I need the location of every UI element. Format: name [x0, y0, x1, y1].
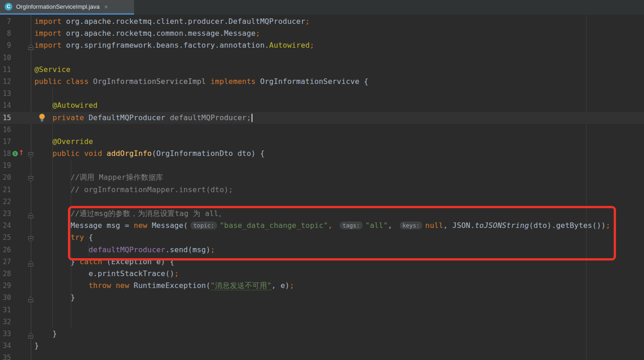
- gutter[interactable]: 27: [0, 256, 31, 268]
- gutter[interactable]: 22: [0, 196, 31, 208]
- gutter[interactable]: 31: [0, 304, 31, 316]
- code-rows: 7import org.apache.rocketmq.client.produ…: [0, 16, 644, 360]
- gutter[interactable]: 24: [0, 220, 31, 232]
- editor[interactable]: 7import org.apache.rocketmq.client.produ…: [0, 15, 644, 360]
- code-line[interactable]: 16: [0, 124, 644, 136]
- gutter[interactable]: 7: [0, 16, 31, 28]
- code-line[interactable]: 27 } catch (Exception e) {: [0, 256, 644, 268]
- fold-up-icon[interactable]: [28, 259, 34, 266]
- gutter[interactable]: 23: [0, 208, 31, 220]
- fold-down-icon[interactable]: [28, 150, 34, 157]
- line-number: 32: [0, 316, 11, 328]
- code-line[interactable]: 12public class OrgInformationServiceImpl…: [0, 76, 644, 88]
- line-number: 14: [0, 100, 11, 111]
- line-number: 24: [0, 220, 11, 232]
- code-line[interactable]: 8import org.apache.rocketmq.common.messa…: [0, 28, 644, 39]
- gutter[interactable]: 9: [0, 39, 31, 51]
- code-line[interactable]: 14 @Autowired: [0, 100, 644, 111]
- code-text: //通过msg的参数，为消息设置tag 为 all。: [31, 208, 226, 220]
- code-line[interactable]: 10: [0, 52, 644, 64]
- fold-down-icon[interactable]: [28, 174, 34, 181]
- parameter-hint: keys:: [400, 222, 423, 229]
- fold-up-icon[interactable]: [28, 294, 34, 301]
- line-number: 27: [0, 256, 11, 268]
- code-text: }: [31, 328, 57, 340]
- code-line[interactable]: 23 //通过msg的参数，为消息设置tag 为 all。: [0, 208, 644, 220]
- code-line[interactable]: 13: [0, 88, 644, 100]
- line-number: 20: [0, 172, 11, 183]
- line-number: 16: [0, 124, 11, 136]
- gutter[interactable]: 14: [0, 100, 31, 111]
- code-text: [31, 52, 34, 64]
- code-line[interactable]: 29 throw new RuntimeException("消息发送不可用",…: [0, 280, 644, 292]
- code-line[interactable]: 34}: [0, 340, 644, 352]
- gutter[interactable]: 32: [0, 316, 31, 328]
- gutter[interactable]: 8: [0, 28, 31, 39]
- tab-orginformationserviceimpl[interactable]: C OrgInformationServiceImpl.java ×: [0, 0, 134, 13]
- line-number: 31: [0, 304, 11, 316]
- code-text: import org.springframework.beans.factory…: [31, 39, 314, 51]
- gutter[interactable]: 12: [0, 76, 31, 88]
- line-number: 34: [0, 340, 11, 352]
- line-number: 13: [0, 88, 11, 100]
- code-line[interactable]: 28 e.printStackTrace();: [0, 268, 644, 280]
- code-line[interactable]: 24 Message msg = new Message(topic:"base…: [0, 220, 644, 232]
- gutter[interactable]: 28: [0, 268, 31, 280]
- code-text: try {: [31, 232, 93, 244]
- gutter[interactable]: 35: [0, 352, 31, 360]
- code-text: import org.apache.rocketmq.common.messag…: [31, 28, 260, 39]
- code-text: [31, 304, 34, 316]
- code-line[interactable]: 22: [0, 196, 644, 208]
- intention-bulb-icon[interactable]: [39, 113, 45, 122]
- code-line[interactable]: 26 defaultMQProducer.send(msg);: [0, 244, 644, 256]
- code-text: throw new RuntimeException("消息发送不可用", e)…: [31, 280, 294, 292]
- code-line[interactable]: 7import org.apache.rocketmq.client.produ…: [0, 16, 644, 28]
- code-line[interactable]: 35: [0, 352, 644, 360]
- gutter[interactable]: 11: [0, 64, 31, 76]
- line-number: 17: [0, 136, 11, 148]
- code-text: defaultMQProducer.send(msg);: [31, 244, 215, 256]
- code-line[interactable]: 17 @Override: [0, 136, 644, 148]
- code-text: @Autowired: [31, 100, 98, 111]
- line-number: 8: [0, 28, 11, 39]
- gutter[interactable]: 10: [0, 52, 31, 64]
- gutter[interactable]: 33: [0, 328, 31, 340]
- gutter[interactable]: 13: [0, 88, 31, 100]
- implements-method-icon[interactable]: I↑: [12, 150, 24, 157]
- code-line[interactable]: 20 //调用 Mapper操作数据库: [0, 172, 644, 183]
- gutter[interactable]: 17: [0, 136, 31, 148]
- code-line[interactable]: 25 try {: [0, 232, 644, 244]
- code-line[interactable]: 33 }: [0, 328, 644, 340]
- code-line[interactable]: 15 private DefaultMQProducer defaultMQPr…: [0, 112, 644, 124]
- fold-down-icon[interactable]: [28, 234, 34, 241]
- gutter[interactable]: 15: [0, 112, 31, 124]
- code-line[interactable]: 31: [0, 304, 644, 316]
- gutter[interactable]: 19: [0, 160, 31, 172]
- gutter[interactable]: 30: [0, 292, 31, 304]
- gutter[interactable]: 18I↑: [0, 148, 31, 160]
- code-line[interactable]: 32: [0, 316, 644, 328]
- gutter[interactable]: 25: [0, 232, 31, 244]
- gutter[interactable]: 29: [0, 280, 31, 292]
- code-line[interactable]: 21 // orgInformationMapper.insert(dto);: [0, 184, 644, 196]
- code-line[interactable]: 11@Service: [0, 64, 644, 76]
- code-text: [31, 352, 34, 360]
- code-line[interactable]: 19: [0, 160, 644, 172]
- code-text: } catch (Exception e) {: [31, 256, 174, 268]
- code-line[interactable]: 18I↑ public void addOrgInfo(OrgInformati…: [0, 148, 644, 160]
- gutter[interactable]: 20: [0, 172, 31, 183]
- gutter[interactable]: 21: [0, 184, 31, 196]
- gutter[interactable]: 34: [0, 340, 31, 352]
- fold-up-icon[interactable]: [28, 210, 34, 217]
- code-line[interactable]: 9import org.springframework.beans.factor…: [0, 39, 644, 51]
- fold-up-icon[interactable]: [28, 331, 34, 338]
- tab-close-icon[interactable]: ×: [104, 4, 108, 10]
- code-text: public class OrgInformationServiceImpl i…: [31, 76, 369, 88]
- code-line[interactable]: 30 }: [0, 292, 644, 304]
- line-number: 23: [0, 208, 11, 220]
- java-class-icon: C: [5, 3, 12, 11]
- gutter[interactable]: 26: [0, 244, 31, 256]
- fold-up-icon[interactable]: [28, 42, 34, 49]
- gutter[interactable]: 16: [0, 124, 31, 136]
- parameter-hint: topic:: [190, 222, 217, 229]
